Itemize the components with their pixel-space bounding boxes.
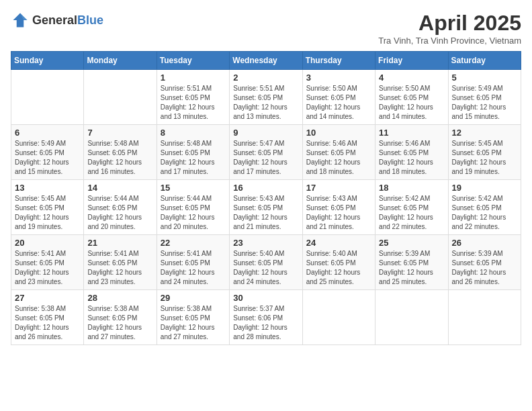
day-number: 1 <box>161 73 226 83</box>
calendar-cell: 17Sunrise: 5:43 AM Sunset: 6:05 PM Dayli… <box>302 180 375 235</box>
day-detail: Sunrise: 5:38 AM Sunset: 6:05 PM Dayligh… <box>15 304 80 342</box>
calendar-week-4: 20Sunrise: 5:41 AM Sunset: 6:05 PM Dayli… <box>11 235 521 290</box>
calendar-cell: 13Sunrise: 5:45 AM Sunset: 6:05 PM Dayli… <box>11 180 84 235</box>
day-detail: Sunrise: 5:41 AM Sunset: 6:05 PM Dayligh… <box>87 249 152 287</box>
calendar-cell: 5Sunrise: 5:49 AM Sunset: 6:05 PM Daylig… <box>448 70 521 125</box>
calendar-cell: 6Sunrise: 5:49 AM Sunset: 6:05 PM Daylig… <box>11 125 84 180</box>
calendar-cell: 14Sunrise: 5:44 AM Sunset: 6:05 PM Dayli… <box>84 180 157 235</box>
day-detail: Sunrise: 5:37 AM Sunset: 6:06 PM Dayligh… <box>233 304 298 342</box>
day-number: 25 <box>379 238 444 248</box>
calendar-cell <box>375 290 448 345</box>
day-number: 22 <box>161 238 226 248</box>
day-detail: Sunrise: 5:43 AM Sunset: 6:05 PM Dayligh… <box>233 194 298 232</box>
day-number: 6 <box>15 128 80 138</box>
day-number: 18 <box>379 183 444 193</box>
day-number: 14 <box>87 183 152 193</box>
day-number: 29 <box>161 293 226 303</box>
day-number: 15 <box>161 183 226 193</box>
day-number: 27 <box>15 293 80 303</box>
calendar-week-2: 6Sunrise: 5:49 AM Sunset: 6:05 PM Daylig… <box>11 125 521 180</box>
day-number: 30 <box>233 293 298 303</box>
day-number: 16 <box>233 183 298 193</box>
calendar-cell: 4Sunrise: 5:50 AM Sunset: 6:05 PM Daylig… <box>375 70 448 125</box>
weekday-header-monday: Monday <box>84 52 157 70</box>
day-number: 21 <box>87 238 152 248</box>
calendar-cell: 23Sunrise: 5:40 AM Sunset: 6:05 PM Dayli… <box>230 235 302 290</box>
title-block: April 2025 Tra Vinh, Tra Vinh Province, … <box>378 11 521 46</box>
calendar-cell: 20Sunrise: 5:41 AM Sunset: 6:05 PM Dayli… <box>11 235 84 290</box>
day-number: 19 <box>452 183 517 193</box>
calendar-cell: 30Sunrise: 5:37 AM Sunset: 6:06 PM Dayli… <box>230 290 302 345</box>
day-detail: Sunrise: 5:44 AM Sunset: 6:05 PM Dayligh… <box>161 194 226 232</box>
calendar-week-5: 27Sunrise: 5:38 AM Sunset: 6:05 PM Dayli… <box>11 290 521 345</box>
calendar-cell: 1Sunrise: 5:51 AM Sunset: 6:05 PM Daylig… <box>157 70 229 125</box>
day-number: 23 <box>233 238 298 248</box>
day-detail: Sunrise: 5:38 AM Sunset: 6:05 PM Dayligh… <box>161 304 226 342</box>
calendar-cell: 3Sunrise: 5:50 AM Sunset: 6:05 PM Daylig… <box>302 70 375 125</box>
day-detail: Sunrise: 5:39 AM Sunset: 6:05 PM Dayligh… <box>379 249 444 287</box>
day-number: 3 <box>306 73 371 83</box>
day-detail: Sunrise: 5:38 AM Sunset: 6:05 PM Dayligh… <box>87 304 152 342</box>
weekday-header-sunday: Sunday <box>11 52 84 70</box>
day-number: 7 <box>87 128 152 138</box>
weekday-header-tuesday: Tuesday <box>157 52 229 70</box>
calendar-cell: 12Sunrise: 5:45 AM Sunset: 6:05 PM Dayli… <box>448 125 521 180</box>
day-number: 10 <box>306 128 371 138</box>
day-detail: Sunrise: 5:47 AM Sunset: 6:05 PM Dayligh… <box>233 139 298 177</box>
calendar-body: 1Sunrise: 5:51 AM Sunset: 6:05 PM Daylig… <box>11 70 521 345</box>
weekday-header-thursday: Thursday <box>302 52 375 70</box>
calendar-cell: 28Sunrise: 5:38 AM Sunset: 6:05 PM Dayli… <box>84 290 157 345</box>
day-detail: Sunrise: 5:43 AM Sunset: 6:05 PM Dayligh… <box>306 194 371 232</box>
calendar-cell: 16Sunrise: 5:43 AM Sunset: 6:05 PM Dayli… <box>230 180 302 235</box>
calendar-cell: 25Sunrise: 5:39 AM Sunset: 6:05 PM Dayli… <box>375 235 448 290</box>
calendar-cell: 8Sunrise: 5:48 AM Sunset: 6:05 PM Daylig… <box>157 125 229 180</box>
day-detail: Sunrise: 5:49 AM Sunset: 6:05 PM Dayligh… <box>452 84 517 122</box>
calendar-cell: 15Sunrise: 5:44 AM Sunset: 6:05 PM Dayli… <box>157 180 229 235</box>
calendar-cell <box>11 70 84 125</box>
calendar-cell: 18Sunrise: 5:42 AM Sunset: 6:05 PM Dayli… <box>375 180 448 235</box>
day-detail: Sunrise: 5:46 AM Sunset: 6:05 PM Dayligh… <box>306 139 371 177</box>
day-number: 11 <box>379 128 444 138</box>
day-detail: Sunrise: 5:49 AM Sunset: 6:05 PM Dayligh… <box>15 139 80 177</box>
weekday-header-wednesday: Wednesday <box>230 52 302 70</box>
day-detail: Sunrise: 5:42 AM Sunset: 6:05 PM Dayligh… <box>452 194 517 232</box>
day-number: 26 <box>452 238 517 248</box>
day-number: 13 <box>15 183 80 193</box>
day-detail: Sunrise: 5:41 AM Sunset: 6:05 PM Dayligh… <box>161 249 226 287</box>
calendar-cell: 9Sunrise: 5:47 AM Sunset: 6:05 PM Daylig… <box>230 125 302 180</box>
calendar-cell: 2Sunrise: 5:51 AM Sunset: 6:05 PM Daylig… <box>230 70 302 125</box>
logo-icon <box>11 11 30 30</box>
page-header: GeneralBlue April 2025 Tra Vinh, Tra Vin… <box>11 11 521 46</box>
day-number: 2 <box>233 73 298 83</box>
month-title: April 2025 <box>378 11 521 36</box>
day-detail: Sunrise: 5:40 AM Sunset: 6:05 PM Dayligh… <box>306 249 371 287</box>
calendar-cell: 7Sunrise: 5:48 AM Sunset: 6:05 PM Daylig… <box>84 125 157 180</box>
calendar-cell: 10Sunrise: 5:46 AM Sunset: 6:05 PM Dayli… <box>302 125 375 180</box>
calendar-cell: 26Sunrise: 5:39 AM Sunset: 6:05 PM Dayli… <box>448 235 521 290</box>
day-detail: Sunrise: 5:48 AM Sunset: 6:05 PM Dayligh… <box>87 139 152 177</box>
weekday-header-saturday: Saturday <box>448 52 521 70</box>
day-detail: Sunrise: 5:50 AM Sunset: 6:05 PM Dayligh… <box>306 84 371 122</box>
day-detail: Sunrise: 5:46 AM Sunset: 6:05 PM Dayligh… <box>379 139 444 177</box>
calendar-week-3: 13Sunrise: 5:45 AM Sunset: 6:05 PM Dayli… <box>11 180 521 235</box>
calendar-cell: 21Sunrise: 5:41 AM Sunset: 6:05 PM Dayli… <box>84 235 157 290</box>
day-detail: Sunrise: 5:39 AM Sunset: 6:05 PM Dayligh… <box>452 249 517 287</box>
day-number: 28 <box>87 293 152 303</box>
day-number: 20 <box>15 238 80 248</box>
day-detail: Sunrise: 5:40 AM Sunset: 6:05 PM Dayligh… <box>233 249 298 287</box>
weekday-row: SundayMondayTuesdayWednesdayThursdayFrid… <box>11 52 521 70</box>
day-detail: Sunrise: 5:51 AM Sunset: 6:05 PM Dayligh… <box>233 84 298 122</box>
day-number: 5 <box>452 73 517 83</box>
calendar-cell <box>302 290 375 345</box>
calendar-header: SundayMondayTuesdayWednesdayThursdayFrid… <box>11 52 521 70</box>
logo-blue: Blue <box>77 13 103 27</box>
calendar-cell: 24Sunrise: 5:40 AM Sunset: 6:05 PM Dayli… <box>302 235 375 290</box>
calendar-cell: 27Sunrise: 5:38 AM Sunset: 6:05 PM Dayli… <box>11 290 84 345</box>
day-number: 8 <box>161 128 226 138</box>
calendar-week-1: 1Sunrise: 5:51 AM Sunset: 6:05 PM Daylig… <box>11 70 521 125</box>
day-detail: Sunrise: 5:45 AM Sunset: 6:05 PM Dayligh… <box>15 194 80 232</box>
day-number: 12 <box>452 128 517 138</box>
calendar-cell <box>84 70 157 125</box>
day-detail: Sunrise: 5:41 AM Sunset: 6:05 PM Dayligh… <box>15 249 80 287</box>
logo: GeneralBlue <box>11 11 103 30</box>
